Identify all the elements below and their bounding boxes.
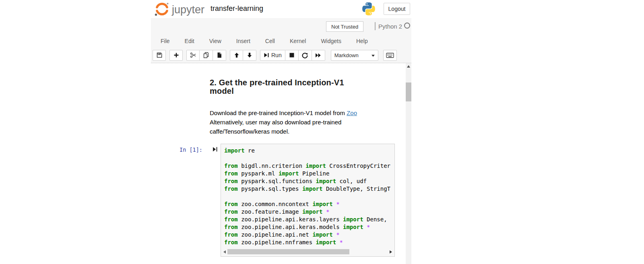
run-icon xyxy=(264,52,269,58)
paragraph-text: Download the pre-trained Inception-V1 mo… xyxy=(210,109,347,116)
kernel-idle-indicator-icon xyxy=(404,23,410,29)
restart-kernel-icon xyxy=(302,52,308,58)
save-icon xyxy=(156,52,163,58)
paste-cell-button[interactable] xyxy=(213,50,226,61)
toolbar: Run Markdown xyxy=(153,49,397,61)
notebook-chrome-panel: Not Trusted Python 2 File Edit View Inse… xyxy=(151,18,411,63)
svg-text:jupyter: jupyter xyxy=(171,4,204,16)
chevron-down-icon xyxy=(372,55,375,57)
menu-edit[interactable]: Edit xyxy=(184,36,195,46)
copy-cell-button[interactable] xyxy=(200,50,213,61)
cut-icon xyxy=(190,52,196,58)
logout-button[interactable]: Logout xyxy=(384,3,410,15)
move-cell-down-button[interactable] xyxy=(243,50,256,61)
cell-run-icon[interactable] xyxy=(213,146,218,154)
run-label: Run xyxy=(271,52,282,58)
code-lines: import re from bigdl.nn.criterion import… xyxy=(224,147,394,248)
restart-kernel-button[interactable] xyxy=(299,50,312,61)
jupyter-logo-icon xyxy=(155,3,169,16)
markdown-heading: 2. Get the pre-trained Inception-V1 mode… xyxy=(210,78,351,95)
code-cell-editor[interactable]: import re from bigdl.nn.criterion import… xyxy=(221,144,395,257)
code-horizontal-scrollbar[interactable] xyxy=(223,249,393,255)
menu-cell[interactable]: Cell xyxy=(264,36,276,46)
stop-icon xyxy=(289,53,294,58)
menu-view[interactable]: View xyxy=(208,36,222,46)
move-up-icon xyxy=(234,52,239,58)
cell-type-value: Markdown xyxy=(334,52,359,58)
vertical-scrollbar-thumb[interactable] xyxy=(406,82,411,101)
menu-kernel[interactable]: Kernel xyxy=(289,36,307,46)
scroll-right-icon[interactable] xyxy=(390,250,392,254)
keyboard-icon xyxy=(386,52,394,58)
command-palette-button[interactable] xyxy=(383,50,397,61)
python-logo-icon xyxy=(361,2,376,18)
copy-icon xyxy=(203,52,209,58)
kernel-separator xyxy=(375,22,376,30)
run-all-below-button[interactable] xyxy=(312,50,325,61)
kernel-name[interactable]: Python 2 xyxy=(378,23,402,30)
scroll-up-icon[interactable] xyxy=(407,65,410,68)
markdown-paragraph: Download the pre-trained Inception-V1 mo… xyxy=(210,108,363,136)
menubar: File Edit View Insert Cell Kernel Widget… xyxy=(160,35,382,47)
notebook-title[interactable]: transfer-learning xyxy=(211,4,263,13)
scroll-left-icon[interactable] xyxy=(223,250,226,254)
move-down-icon xyxy=(247,52,252,58)
not-trusted-badge[interactable]: Not Trusted xyxy=(326,21,363,32)
run-cell-button[interactable]: Run xyxy=(260,50,285,61)
save-button[interactable] xyxy=(153,50,166,61)
zoo-link[interactable]: Zoo xyxy=(347,109,357,116)
paste-icon xyxy=(216,52,223,58)
add-cell-icon xyxy=(173,52,179,58)
menu-widgets[interactable]: Widgets xyxy=(320,36,342,46)
horizontal-scrollbar-thumb[interactable] xyxy=(227,249,349,254)
interrupt-kernel-button[interactable] xyxy=(285,50,299,61)
jupyter-notebook-app: jupyter transfer-learning Logout Not Tru… xyxy=(151,0,411,264)
cell-type-dropdown[interactable]: Markdown xyxy=(331,50,378,61)
fast-forward-icon xyxy=(315,53,321,58)
move-cell-up-button[interactable] xyxy=(230,50,243,61)
jupyter-logo[interactable]: jupyter xyxy=(153,1,209,19)
notebook-content: 2. Get the pre-trained Inception-V1 mode… xyxy=(151,63,411,264)
menu-help[interactable]: Help xyxy=(355,36,369,46)
input-prompt: In [1]: xyxy=(180,146,202,153)
notebook-vertical-scrollbar[interactable] xyxy=(406,63,411,264)
status-row: Not Trusted Python 2 xyxy=(151,21,411,33)
cut-cell-button[interactable] xyxy=(186,50,200,61)
menu-insert[interactable]: Insert xyxy=(235,36,251,46)
paragraph-text-2: Alternatively, user may also download pr… xyxy=(210,118,363,136)
header: jupyter transfer-learning Logout xyxy=(151,0,411,18)
menu-file[interactable]: File xyxy=(160,36,171,46)
add-cell-button[interactable] xyxy=(169,50,183,61)
